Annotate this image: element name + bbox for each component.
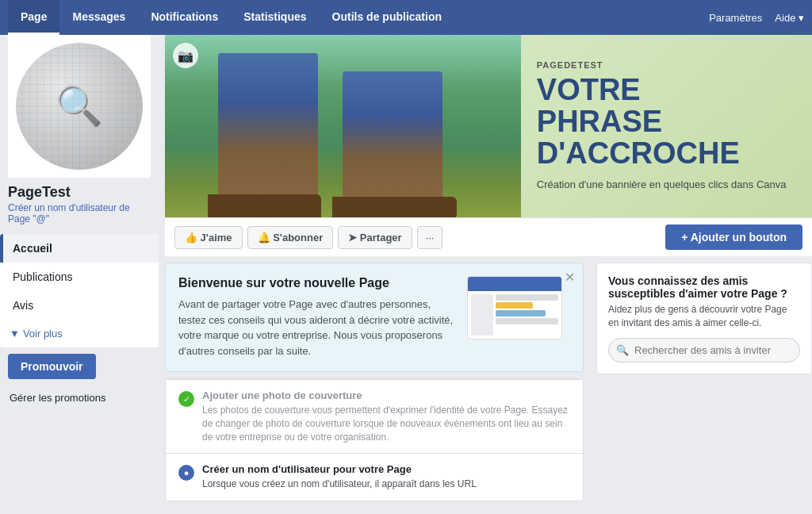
welcome-description: Avant de partager votre Page avec d'autr…	[178, 297, 458, 359]
welcome-title: Bienvenue sur votre nouvelle Page	[178, 276, 458, 290]
add-button-cta[interactable]: + Ajouter un bouton	[665, 224, 802, 250]
profile-globe-image: 🔍	[16, 43, 143, 170]
main-two-col: ✕ Bienvenue sur votre nouvelle Page Avan…	[165, 256, 812, 508]
voir-plus-label: Voir plus	[23, 328, 63, 339]
more-button[interactable]: ···	[417, 226, 443, 249]
page-username-link[interactable]: Créer un nom d'utilisateur de Page "@"	[0, 202, 159, 234]
friends-card-desc: Aidez plus de gens à découvrir votre Pag…	[608, 303, 800, 330]
welcome-illustration	[467, 276, 570, 359]
magnify-icon: 🔍	[56, 84, 103, 128]
search-input-container: 🔍	[608, 338, 800, 362]
legs-image	[165, 35, 521, 217]
tab-outils[interactable]: Outils de publication	[320, 0, 454, 35]
check-icon-blue: ●	[178, 465, 194, 481]
cover-page-label: PAGEDETEST	[537, 60, 796, 70]
tab-statistiques[interactable]: Statistiques	[231, 0, 319, 35]
dot-icon: ●	[184, 468, 190, 478]
shoe-left	[208, 194, 322, 218]
friends-card-title: Vous connaissez des amis susceptibles d'…	[608, 274, 800, 300]
checklist-item-text-2: Créer un nom d'utilisateur pour votre Pa…	[202, 463, 477, 491]
cover-photo: 📷 PAGEDETEST VOTRE PHRASE D'ACCROCHE Cré…	[165, 35, 812, 217]
leg-right	[343, 71, 442, 217]
page-container: 🔍 PageTest Créer un nom d'utilisateur de…	[0, 35, 812, 508]
tab-notifications[interactable]: Notifications	[138, 0, 231, 35]
search-friends-input[interactable]	[608, 338, 800, 362]
chevron-down-icon: ▼	[10, 328, 20, 339]
content-area: 📷 PAGEDETEST VOTRE PHRASE D'ACCROCHE Cré…	[159, 35, 812, 508]
checklist-desc-2: Lorsque vous créez un nom d'utilisateur,…	[202, 478, 477, 491]
checklist-item-username: ● Créer un nom d'utilisateur pour votre …	[166, 453, 583, 501]
nav-tabs: Page Messages Notifications Statistiques…	[8, 0, 454, 35]
illustration-box	[467, 276, 562, 339]
welcome-card: ✕ Bienvenue sur votre nouvelle Page Avan…	[165, 263, 584, 372]
cover-headline: VOTRE PHRASE D'ACCROCHE	[537, 75, 796, 170]
illus-body	[468, 291, 561, 339]
search-icon: 🔍	[616, 344, 629, 356]
checklist-title-1: Ajouter une photo de couverture	[202, 389, 570, 401]
leg-left	[218, 53, 318, 217]
sidebar-item-accueil[interactable]: Accueil	[0, 234, 159, 263]
camera-symbol: 📷	[178, 48, 193, 63]
sidebar-nav: Accueil Publications Avis ▼ Voir plus	[0, 234, 159, 347]
illus-sidebar	[471, 294, 493, 336]
cover-photo-right: PAGEDETEST VOTRE PHRASE D'ACCROCHE Créat…	[521, 35, 812, 217]
checklist: ✓ Ajouter une photo de couverture Les ph…	[165, 378, 584, 501]
sidebar-item-publications[interactable]: Publications	[0, 263, 159, 291]
gerer-promotions-link[interactable]: Gérer les promotions	[0, 386, 159, 410]
camera-icon[interactable]: 📷	[173, 43, 198, 68]
profile-picture: 🔍	[8, 35, 151, 178]
left-col: ✕ Bienvenue sur votre nouvelle Page Avan…	[165, 256, 590, 508]
cover-photo-left: 📷	[165, 35, 521, 217]
welcome-card-content: Bienvenue sur votre nouvelle Page Avant …	[178, 276, 570, 359]
parametres-link[interactable]: Paramètres	[709, 12, 762, 24]
cover-subtext: Création d'une bannière en quelques clic…	[537, 178, 796, 192]
promouvoir-button[interactable]: Promouvoir	[8, 354, 96, 379]
friends-card: Vous connaissez des amis susceptibles d'…	[596, 263, 812, 374]
checklist-desc-1: Les photos de couverture vous permettent…	[202, 404, 570, 443]
welcome-text-area: Bienvenue sur votre nouvelle Page Avant …	[178, 276, 458, 359]
nav-right-links: Paramètres Aide ▾	[709, 0, 804, 35]
checklist-title-2: Créer un nom d'utilisateur pour votre Pa…	[202, 463, 477, 475]
tab-messages[interactable]: Messages	[59, 0, 138, 35]
illus-bar-4	[496, 318, 558, 324]
shoe-right	[332, 197, 457, 217]
tab-page[interactable]: Page	[8, 0, 59, 35]
illus-header	[468, 277, 561, 291]
close-icon[interactable]: ✕	[565, 270, 575, 285]
sabonner-button[interactable]: 🔔 S'abonner	[247, 226, 334, 249]
check-icon-done: ✓	[178, 391, 194, 407]
sidebar: 🔍 PageTest Créer un nom d'utilisateur de…	[0, 35, 159, 508]
sidebar-item-avis[interactable]: Avis	[0, 291, 159, 320]
illus-bar-1	[496, 294, 558, 301]
checklist-item-text-1: Ajouter une photo de couverture Les phot…	[202, 389, 570, 443]
action-bar: 👍 J'aime 🔔 S'abonner ➤ Partager ··· + Aj…	[165, 217, 812, 256]
page-name: PageTest	[0, 178, 159, 202]
jaime-button[interactable]: 👍 J'aime	[174, 226, 243, 249]
checkmark-icon: ✓	[183, 394, 190, 405]
checklist-item-cover: ✓ Ajouter une photo de couverture Les ph…	[166, 379, 583, 453]
partager-button[interactable]: ➤ Partager	[338, 226, 412, 249]
right-panel: Vous connaissez des amis susceptibles d'…	[590, 256, 812, 508]
illus-bar-3	[496, 310, 546, 316]
illus-main	[496, 294, 558, 336]
aide-link[interactable]: Aide ▾	[775, 12, 804, 24]
top-navigation: Page Messages Notifications Statistiques…	[0, 0, 812, 35]
voir-plus-link[interactable]: ▼ Voir plus	[0, 320, 159, 347]
illus-bar-2	[496, 302, 533, 309]
